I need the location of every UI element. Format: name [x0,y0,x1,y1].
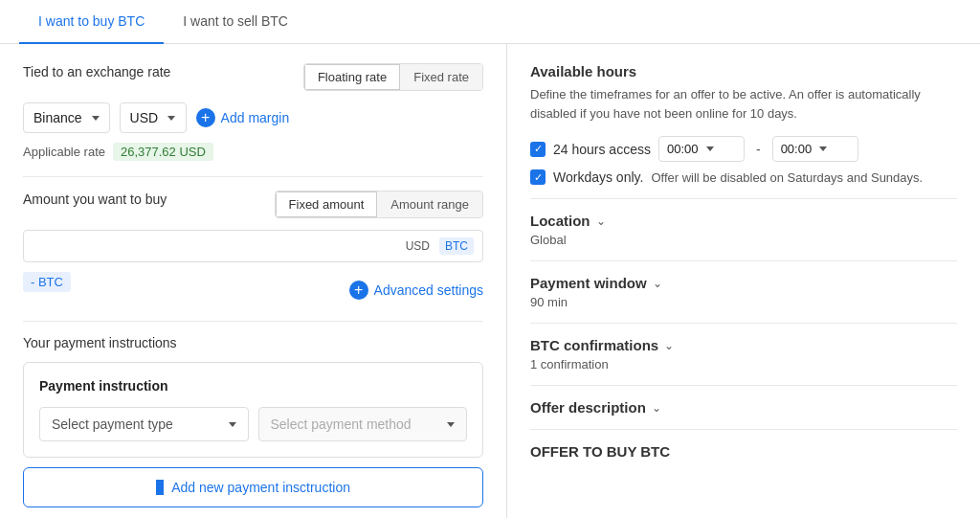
page: I want to buy BTC I want to sell BTC Tie… [0,0,980,518]
time-dash: - [756,142,761,157]
btc-label: - BTC [23,272,71,292]
offer-description-title: Offer description [530,399,646,416]
divider-2 [23,321,483,322]
payment-method-arrow [447,422,455,427]
payment-window-chevron: ⌄ [653,277,662,290]
workdays-checkbox[interactable] [530,169,546,185]
amount-input-wrap: USD BTC [23,230,483,262]
divider-right-1 [530,198,957,199]
divider-right-5 [530,429,957,430]
currency-select[interactable]: USD [120,102,187,133]
available-hours-title: Available hours [530,63,957,79]
btc-confirmations-title: BTC confirmations [530,337,658,353]
payment-window-collapse[interactable]: Payment window ⌄ [530,275,957,291]
fixed-amount-btn[interactable]: Fixed amount [276,191,378,217]
payment-type-select[interactable]: Select payment type [39,407,249,441]
left-panel: Tied to an exchange rate Floating rate F… [0,44,507,518]
workdays-desc: Offer will be disabled on Saturdays and … [651,170,923,185]
payment-method-label: Select payment method [271,417,412,432]
payment-selects: Select payment type Select payment metho… [39,407,467,441]
advanced-settings-label: Advanced settings [374,282,483,298]
divider-1 [23,176,483,177]
add-margin-icon: + [196,108,215,127]
applicable-rate-row: Applicable rate 26,377.62 USD [23,143,483,161]
add-margin-btn[interactable]: + Add margin [196,108,290,127]
fixed-rate-btn[interactable]: Fixed rate [400,64,482,90]
time-from-select[interactable]: 00:00 [658,136,745,162]
btc-confirmations-value: 1 confirmation [530,357,957,372]
rate-toggle: Floating rate Fixed rate [303,63,483,91]
amount-range-btn[interactable]: Amount range [377,191,482,217]
divider-right-3 [530,323,957,324]
hours-24-checkbox[interactable] [530,142,546,157]
currency-badges: USD BTC [400,237,474,255]
time-from-arrow [706,146,714,151]
divider-right-4 [530,385,957,386]
exchange-rate-title: Tied to an exchange rate [23,64,170,79]
offer-to-buy-title: OFFER TO BUY BTC [530,443,957,460]
add-payment-btn[interactable]: + Add new payment insctruction [23,467,483,507]
time-to-value: 00:00 [781,142,813,156]
btc-badge[interactable]: BTC [439,237,474,255]
payment-window-value: 90 min [530,295,957,309]
divider-right-2 [530,260,957,261]
floating-rate-btn[interactable]: Floating rate [304,64,400,90]
rate-badge: 26,377.62 USD [113,143,213,161]
available-hours-desc: Define the timeframes for an offer to be… [530,85,957,123]
btc-confirmations-chevron: ⌄ [664,339,674,352]
location-collapse[interactable]: Location ⌄ [530,213,957,229]
currency-label: USD [130,110,159,125]
applicable-rate-label: Applicable rate [23,145,105,159]
offer-description-collapse[interactable]: Offer description ⌄ [530,399,957,416]
btc-confirmations-collapse[interactable]: BTC confirmations ⌄ [530,337,957,353]
hours-24-row: 24 hours access 00:00 - 00:00 [530,136,957,162]
hours-24-label: 24 hours access [553,142,651,157]
location-chevron: ⌄ [596,214,606,228]
location-title: Location [530,213,590,229]
tab-sell[interactable]: I want to sell BTC [164,0,307,44]
payment-type-arrow [229,422,236,427]
workdays-label: Workdays only. [553,169,643,185]
offer-description-chevron: ⌄ [652,401,661,415]
add-margin-label: Add margin [221,110,290,125]
payment-type-label: Select payment type [52,417,173,432]
advanced-settings-btn[interactable]: + Advanced settings [349,281,483,300]
right-panel: Available hours Define the timeframes fo… [507,44,980,518]
tab-bar: I want to buy BTC I want to sell BTC [0,0,980,44]
time-from-value: 00:00 [667,142,699,156]
payment-box-title: Payment instruction [39,378,467,394]
add-payment-icon: + [156,480,164,495]
exchange-source-label: Binance [33,110,82,125]
advanced-settings-icon: + [349,281,368,300]
exchange-source-select[interactable]: Binance [23,102,110,133]
add-payment-label: Add new payment insctruction [171,480,350,495]
payment-instruction-box: Payment instruction Select payment type … [23,362,483,458]
usd-badge[interactable]: USD [400,237,435,255]
currency-arrow [167,116,175,121]
location-value: Global [530,233,957,247]
time-to-arrow [819,146,827,151]
payment-window-title: Payment window [530,275,647,291]
payment-method-select[interactable]: Select payment method [258,407,468,441]
amount-toggle: Fixed amount Amount range [275,191,483,218]
workdays-row: Workdays only. Offer will be disabled on… [530,169,957,185]
amount-title: Amount you want to buy [23,191,167,207]
main-content: Tied to an exchange rate Floating rate F… [0,44,980,518]
time-to-select[interactable]: 00:00 [772,136,858,162]
payment-instructions-title: Your payment instructions [23,335,483,350]
exchange-source-arrow [92,116,100,121]
tab-buy[interactable]: I want to buy BTC [19,0,164,44]
